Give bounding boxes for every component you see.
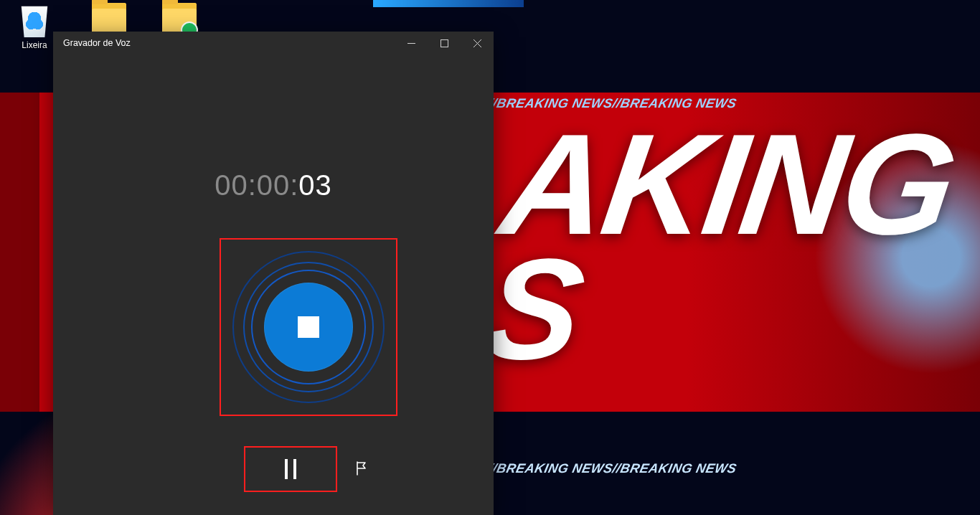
recycle-bin-icon xyxy=(17,3,52,37)
recording-timer: 00:00:03 xyxy=(53,169,494,202)
wallpaper-accent xyxy=(373,0,524,7)
voice-recorder-window: Gravador de Voz 00:00:03 xyxy=(53,32,494,515)
svg-rect-1 xyxy=(440,39,448,47)
maximize-icon xyxy=(440,39,448,47)
window-content: 00:00:03 xyxy=(53,55,494,515)
close-button[interactable] xyxy=(461,32,494,55)
window-titlebar[interactable]: Gravador de Voz xyxy=(53,32,494,55)
wallpaper-headline: AKING S xyxy=(478,126,960,368)
add-marker-button[interactable] xyxy=(350,456,374,481)
timer-hours-minutes: 00:00: xyxy=(215,169,298,201)
stop-highlight-box xyxy=(220,238,397,416)
minimize-button[interactable] xyxy=(395,32,428,55)
maximize-button[interactable] xyxy=(428,32,461,55)
minimize-icon xyxy=(407,39,415,47)
flag-icon xyxy=(354,460,370,476)
stop-icon xyxy=(298,316,319,338)
timer-seconds: 03 xyxy=(298,169,332,201)
close-icon xyxy=(473,39,481,47)
stop-recording-button[interactable] xyxy=(264,283,353,372)
pause-highlight-box[interactable] xyxy=(244,446,337,492)
pause-icon xyxy=(285,459,296,479)
window-title: Gravador de Voz xyxy=(53,38,395,48)
